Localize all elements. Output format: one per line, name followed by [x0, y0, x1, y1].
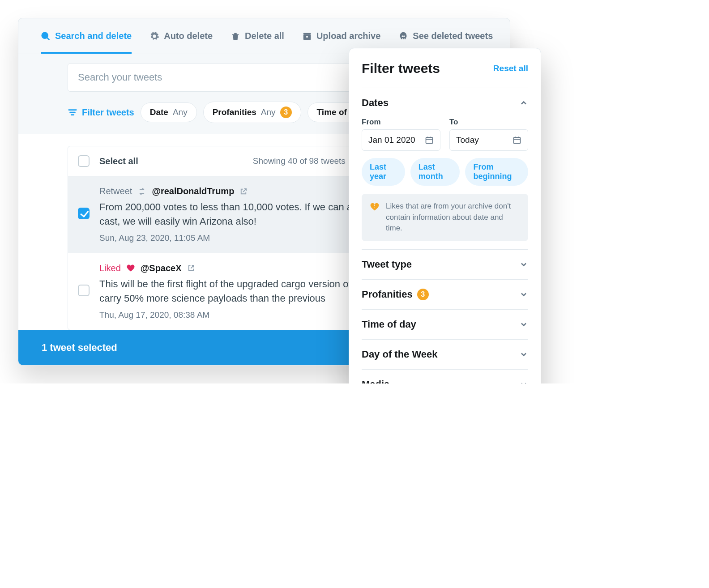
section-title: Media [362, 379, 389, 383]
chip-date[interactable]: Date Any [141, 102, 197, 122]
selection-count: 1 tweet selected [42, 342, 117, 353]
tab-search-delete[interactable]: Search and delete [41, 18, 132, 54]
select-all-checkbox[interactable] [78, 155, 90, 167]
chevron-down-icon [519, 350, 528, 359]
chip-profanities[interactable]: Profanities Any 3 [203, 102, 301, 123]
row-checkbox[interactable] [78, 208, 90, 219]
section-header-media[interactable]: Media [362, 370, 528, 383]
tab-auto-delete[interactable]: Auto delete [149, 18, 213, 54]
tweet-kind: Retweet [99, 186, 132, 196]
tab-label: Upload archive [316, 31, 380, 41]
gear-icon [149, 31, 159, 41]
profanities-badge: 3 [417, 289, 429, 300]
chevron-up-icon [519, 98, 528, 107]
calendar-icon [513, 136, 521, 145]
svg-point-0 [42, 32, 48, 38]
quick-last-year[interactable]: Last year [362, 158, 405, 186]
upload-archive-icon [302, 31, 312, 41]
tweet-user: @realDonaldTrump [152, 186, 234, 196]
section-title: Dates [362, 97, 389, 109]
filter-icon [68, 107, 77, 117]
search-icon [41, 31, 51, 41]
to-date-value: Today [456, 135, 479, 145]
app-card: Search and delete Auto delete Delete all… [18, 18, 510, 366]
section-header-time-of-day[interactable]: Time of day [362, 310, 528, 339]
svg-line-1 [47, 37, 50, 40]
tab-delete-all[interactable]: Delete all [231, 18, 284, 54]
notice-text: Likes that are from your archive don't c… [386, 201, 520, 234]
reset-all-link[interactable]: Reset all [493, 64, 528, 73]
from-date-value: Jan 01 2020 [368, 135, 415, 145]
svg-rect-8 [426, 137, 433, 143]
chip-key: Date [150, 107, 168, 117]
section-title-text: Profanities [362, 289, 413, 300]
section-dates: Dates From Jan 01 2020 To Today [362, 88, 528, 241]
filter-tweets-toggle[interactable]: Filter tweets [68, 107, 134, 118]
tab-label: See deleted tweets [413, 31, 493, 41]
tweet-kind: Liked [99, 263, 121, 273]
to-label: To [449, 118, 528, 127]
section-header-day-of-week[interactable]: Day of the Week [362, 340, 528, 369]
showing-count: Showing 40 of 98 tweets [253, 156, 346, 166]
svg-rect-3 [303, 33, 311, 34]
chip-badge: 3 [280, 107, 292, 118]
from-label: From [362, 118, 440, 127]
svg-rect-4 [306, 36, 308, 38]
section-title: Tweet type [362, 259, 412, 270]
section-title: Time of day [362, 319, 416, 330]
heart-broken-icon [370, 202, 380, 212]
select-all-label: Select all [99, 156, 138, 166]
chevron-down-icon [519, 320, 528, 329]
svg-rect-12 [514, 137, 521, 143]
filter-panel: Filter tweets Reset all Dates From Jan 0… [349, 48, 541, 383]
heart-icon [126, 264, 135, 273]
chip-val: Any [261, 107, 276, 117]
chevron-down-icon [519, 380, 528, 383]
panel-title: Filter tweets [362, 61, 440, 76]
archive-notice: Likes that are from your archive don't c… [362, 194, 528, 241]
section-title: Profanities 3 [362, 289, 429, 300]
tab-label: Search and delete [55, 31, 132, 41]
calendar-icon [425, 136, 434, 145]
quick-from-beginning[interactable]: From beginning [465, 158, 528, 186]
tweet-user: @SpaceX [141, 263, 182, 273]
row-checkbox[interactable] [78, 285, 90, 296]
trash-icon [231, 31, 240, 41]
chevron-down-icon [519, 260, 528, 269]
tab-label: Delete all [245, 31, 284, 41]
to-date-input[interactable]: Today [449, 129, 528, 151]
from-date-input[interactable]: Jan 01 2020 [362, 129, 440, 151]
section-header-tweet-type[interactable]: Tweet type [362, 250, 528, 279]
chip-key: Profanities [213, 107, 256, 117]
external-link-icon[interactable] [239, 187, 248, 196]
section-header-dates[interactable]: Dates [362, 88, 528, 118]
filter-tweets-label: Filter tweets [82, 107, 134, 118]
tab-label: Auto delete [164, 31, 213, 41]
retweet-icon [137, 187, 146, 196]
quick-last-month[interactable]: Last month [410, 158, 460, 186]
chevron-down-icon [519, 290, 528, 299]
skull-icon [398, 31, 408, 41]
section-header-profanities[interactable]: Profanities 3 [362, 280, 528, 309]
chip-val: Any [173, 107, 188, 117]
section-title: Day of the Week [362, 349, 438, 360]
external-link-icon[interactable] [187, 264, 195, 272]
